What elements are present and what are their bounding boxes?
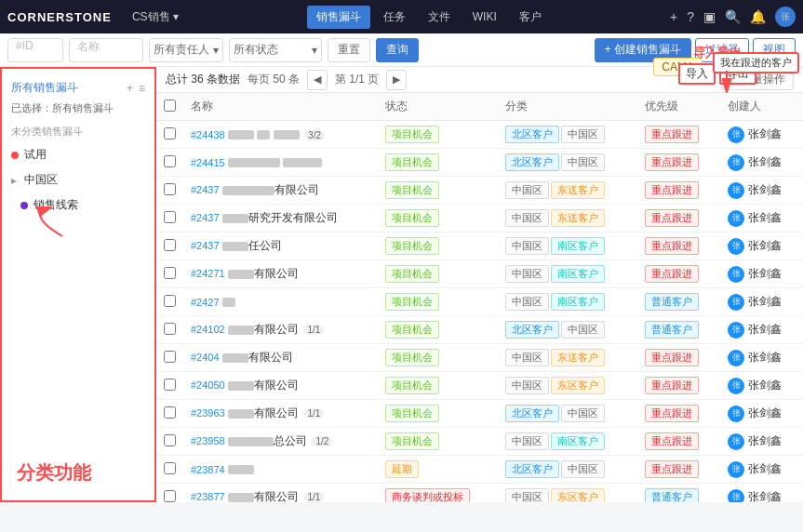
row-checkbox[interactable] (164, 239, 176, 251)
row-checkbox[interactable] (164, 379, 176, 391)
top-navigation: CORNERSTONE CS销售 ▾ 销售漏斗 任务 文件 WIKI 客户 + … (0, 0, 803, 33)
status-tag: 项目机会 (385, 126, 439, 143)
sidebar-item-sales-leads[interactable]: 销售线索 (2, 193, 154, 218)
next-page-button[interactable]: ▶ (386, 70, 407, 90)
table-row: #24438 3/2项目机会北区客户中国区重点跟进 张 张剑鑫 (156, 121, 803, 149)
name-cell[interactable]: #24438 3/2 (183, 121, 378, 149)
record-id: #23877 (191, 491, 225, 502)
status-tag: 项目机会 (385, 153, 439, 171)
batch-operation-button[interactable]: ①批量操作 (721, 70, 794, 90)
name-cell[interactable]: #2437 任公司 (183, 233, 378, 260)
creator-cell: 张 张剑鑫 (720, 372, 803, 400)
record-id: #24438 (191, 129, 225, 140)
filter-button[interactable]: 过滤器 (695, 38, 749, 62)
sidebar-list-icon[interactable]: ≡ (139, 82, 145, 95)
bell-icon[interactable]: 🔔 (750, 9, 766, 24)
dot-icon (11, 152, 19, 159)
category-tag: 南区客户 (551, 265, 605, 283)
row-checkbox[interactable] (164, 295, 176, 307)
row-checkbox[interactable] (164, 323, 176, 335)
status-cell: 项目机会 (378, 400, 498, 428)
name-cell[interactable]: #24102 有限公司 1/1 (183, 316, 378, 344)
table-row: #2437 有限公司 项目机会中国区东送客户重点跟进 张 张剑鑫 (156, 177, 803, 205)
priority-tag: 重点跟进 (645, 349, 699, 366)
sidebar-item-china[interactable]: ▸ 中国区 (2, 167, 154, 193)
create-funnel-button[interactable]: + 创建销售漏斗 (595, 38, 691, 62)
priority-tag: 重点跟进 (645, 432, 699, 450)
add-icon[interactable]: + (670, 9, 677, 24)
nav-tab-wiki[interactable]: WIKI (463, 7, 506, 27)
nav-tab-customer[interactable]: 客户 (510, 6, 551, 29)
user-avatar[interactable]: 张 (775, 7, 796, 27)
name-cell[interactable]: #24050 有限公司 (183, 372, 378, 400)
chevron-right-icon: ▸ (11, 174, 17, 187)
status-cell: 项目机会 (378, 260, 498, 288)
creator-cell: 张 张剑鑫 (720, 205, 803, 233)
status-cell: 项目机会 (378, 344, 498, 372)
name-cell[interactable]: #23874 (183, 456, 378, 484)
sidebar-title[interactable]: 所有销售漏斗 (11, 80, 78, 96)
category-tag: 中国区 (505, 265, 549, 283)
view-button[interactable]: 视图 (753, 38, 796, 62)
creator-cell: 张 张剑鑫 (720, 260, 803, 288)
table-row: #23958 总公司 1/2项目机会中国区南区客户重点跟进 张 张剑鑫 (156, 428, 803, 456)
nav-tab-cs[interactable]: CS销售 ▾ (123, 6, 188, 29)
row-checkbox[interactable] (164, 351, 176, 363)
sidebar-selected-label: 已选择：所有销售漏斗 (2, 100, 154, 121)
row-checkbox[interactable] (164, 462, 176, 474)
sidebar-item-trial[interactable]: 试用 (2, 142, 154, 167)
name-cell[interactable]: #2404 有限公司 (183, 344, 378, 372)
id-filter-input[interactable]: #ID (7, 38, 63, 62)
creator-avatar: 张 (728, 294, 744, 311)
nav-tab-funnel[interactable]: 销售漏斗 (307, 6, 370, 29)
prev-page-button[interactable]: ◀ (307, 70, 328, 90)
category-tag: 南区客户 (551, 293, 605, 311)
select-all-checkbox[interactable] (164, 100, 176, 112)
creator-name: 张剑鑫 (748, 433, 782, 449)
status-cell: 延期 (378, 456, 498, 484)
row-checkbox[interactable] (164, 406, 176, 419)
table-row: #23963 有限公司 1/1项目机会北区客户中国区重点跟进 张 张剑鑫 (156, 400, 803, 428)
status-tag: 项目机会 (385, 349, 439, 366)
name-filter-input[interactable]: 名称 (69, 38, 143, 62)
row-checkbox[interactable] (164, 183, 176, 195)
category-cell: 中国区东送客户 (498, 177, 637, 205)
name-cell[interactable]: #2437 研究开发有限公司 (183, 205, 378, 233)
table-row: #23874 延期北区客户中国区重点跟进 张 张剑鑫 (156, 456, 803, 484)
name-cell[interactable]: #23963 有限公司 1/1 (183, 400, 378, 428)
name-cell[interactable]: #2427 (183, 288, 378, 316)
sidebar-add-icon[interactable]: + (127, 82, 133, 95)
status-filter-select[interactable]: 所有状态 ▾ (229, 38, 322, 62)
search-icon[interactable]: 🔍 (725, 9, 741, 24)
nav-tab-file[interactable]: 文件 (419, 6, 460, 29)
priority-tag: 重点跟进 (645, 405, 699, 422)
name-cell[interactable]: #24415 (183, 149, 378, 177)
priority-cell: 重点跟进 (637, 205, 720, 233)
reset-button[interactable]: 重置 (328, 38, 370, 62)
table-area: 总计 36 条数据 每页 50 条 ◀ 第 1/1 页 ▶ ①批量操作 名称 状… (156, 67, 803, 502)
row-checkbox[interactable] (164, 267, 176, 279)
nav-tab-task[interactable]: 任务 (374, 6, 415, 29)
question-icon[interactable]: ? (687, 9, 694, 24)
name-cell[interactable]: #23958 总公司 1/2 (183, 428, 378, 456)
creator-cell: 张 张剑鑫 (720, 344, 803, 372)
name-cell[interactable]: #2437 有限公司 (183, 177, 378, 205)
name-cell[interactable]: #23877 有限公司 1/1 (183, 484, 378, 503)
creator-name: 张剑鑫 (748, 238, 782, 254)
category-tag: 南区客户 (551, 432, 605, 450)
creator-name: 张剑鑫 (748, 266, 782, 282)
owner-filter-select[interactable]: 所有责任人 ▾ (149, 38, 223, 62)
monitor-icon[interactable]: ▣ (703, 9, 716, 24)
row-checkbox[interactable] (164, 490, 176, 502)
priority-tag: 普通客户 (645, 321, 699, 339)
row-checkbox[interactable] (164, 127, 176, 140)
search-button[interactable]: 查询 (376, 38, 419, 62)
page-info: 第 1/1 页 (335, 72, 379, 87)
category-tag: 中国区 (561, 460, 605, 478)
name-cell[interactable]: #24271 有限公司 (183, 260, 378, 288)
table-row: #24415 项目机会北区客户中国区重点跟进 张 张剑鑫 (156, 149, 803, 177)
row-checkbox[interactable] (164, 155, 176, 167)
record-id: #23963 (191, 407, 225, 419)
row-checkbox[interactable] (164, 434, 176, 446)
row-checkbox[interactable] (164, 211, 176, 223)
